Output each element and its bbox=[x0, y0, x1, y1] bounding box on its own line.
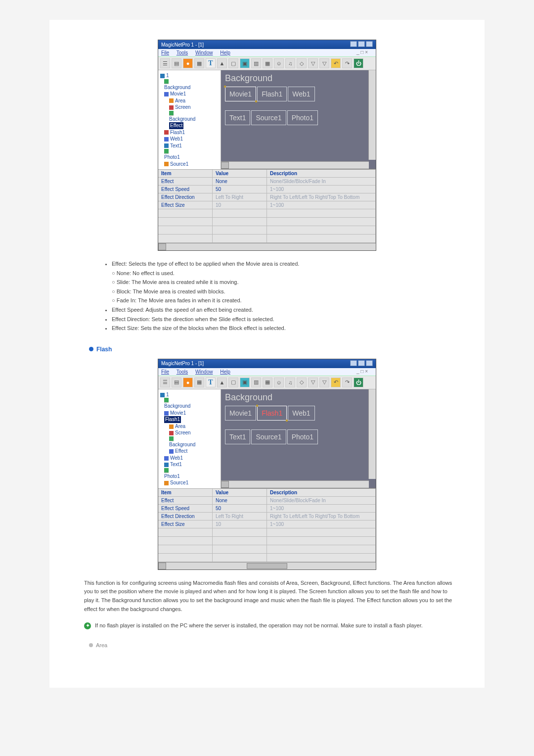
canvas-text1[interactable]: Text1 bbox=[225, 429, 250, 444]
tree-root[interactable]: 1 bbox=[160, 72, 220, 79]
menu-file[interactable]: File bbox=[161, 50, 169, 55]
toolbar-btn[interactable]: ▢ bbox=[228, 58, 238, 68]
toolbar-record-icon[interactable]: ● bbox=[183, 378, 193, 387]
menu-window[interactable]: Window bbox=[195, 50, 213, 55]
doc-window-controls[interactable]: _ □ × bbox=[356, 369, 368, 374]
toolbar-btn[interactable]: ▽ bbox=[319, 378, 329, 387]
window-titlebar[interactable]: MagicNetPro 1 - [1] bbox=[158, 359, 376, 368]
tree-item-movie1[interactable]: Movie1 bbox=[164, 410, 220, 417]
menu-bar[interactable]: File Tools Window Help _ □ × bbox=[158, 49, 376, 57]
toolbar-btn[interactable]: ☰ bbox=[160, 58, 170, 68]
grid-row-speed[interactable]: Effect Speed501~100 bbox=[158, 505, 376, 513]
toolbar-btn[interactable]: ♫ bbox=[285, 378, 295, 387]
toolbar-btn[interactable]: ▥ bbox=[251, 378, 261, 387]
toolbar-btn[interactable]: ▦ bbox=[263, 378, 272, 387]
tree-item-background2[interactable]: Background bbox=[169, 111, 220, 123]
tree-item-area[interactable]: Area bbox=[169, 97, 220, 104]
tree-item-background[interactable]: Background bbox=[164, 79, 220, 91]
canvas-flash1[interactable]: Flash1 bbox=[257, 406, 287, 421]
canvas-web1[interactable]: Web1 bbox=[288, 87, 314, 101]
tree-item-screen[interactable]: Screen bbox=[169, 104, 220, 111]
grid-row-direction[interactable]: Effect Direction Left To Right Right To … bbox=[158, 193, 376, 201]
window-titlebar[interactable]: MagicNetPro 1 - [1] bbox=[158, 40, 376, 49]
toolbar-btn[interactable]: ▦ bbox=[194, 378, 204, 387]
canvas-flash1[interactable]: Flash1 bbox=[257, 87, 287, 101]
toolbar-power-icon[interactable]: ⏻ bbox=[354, 58, 363, 68]
toolbar-btn[interactable]: ▣ bbox=[240, 58, 250, 68]
toolbar-btn[interactable]: ▦ bbox=[194, 58, 204, 68]
canvas[interactable]: Background Movie1 Flash1 Web1 Text1 Sour… bbox=[221, 389, 376, 488]
menu-tools[interactable]: Tools bbox=[177, 50, 188, 55]
tree-panel[interactable]: 1 Background Movie1 Area Screen Backgrou… bbox=[158, 70, 221, 169]
menu-help[interactable]: Help bbox=[220, 369, 230, 375]
tree-root[interactable]: 1 bbox=[160, 391, 220, 398]
menu-tools[interactable]: Tools bbox=[177, 369, 188, 375]
tree-item-flash1[interactable]: Flash1 bbox=[164, 129, 220, 136]
toolbar-btn[interactable]: ▲ bbox=[217, 58, 227, 68]
canvas-vscroll[interactable] bbox=[368, 389, 376, 479]
toolbar-btn[interactable]: ▽ bbox=[319, 58, 329, 68]
doc-window-controls[interactable]: _ □ × bbox=[356, 49, 368, 55]
toolbar-text-icon[interactable]: T bbox=[206, 58, 216, 68]
toolbar-btn[interactable]: ☺ bbox=[274, 378, 284, 387]
toolbar-btn[interactable]: ▤ bbox=[172, 58, 181, 68]
toolbar-btn[interactable]: ♫ bbox=[285, 58, 295, 68]
menu-file[interactable]: File bbox=[161, 369, 169, 375]
window-controls[interactable] bbox=[349, 360, 373, 367]
toolbar-btn[interactable]: ☺ bbox=[274, 58, 284, 68]
canvas-vscroll[interactable] bbox=[368, 70, 376, 160]
grid-row-direction[interactable]: Effect DirectionLeft To RightRight To Le… bbox=[158, 513, 376, 520]
grid-row-speed[interactable]: Effect Speed 50 1~100 bbox=[158, 186, 376, 193]
toolbar-redo-icon[interactable]: ↷ bbox=[342, 378, 352, 387]
window-controls[interactable] bbox=[349, 41, 373, 48]
toolbar-undo-icon[interactable]: ↶ bbox=[331, 58, 341, 68]
grid-row-size[interactable]: Effect Size 10 1~100 bbox=[158, 201, 376, 209]
grid-row-size[interactable]: Effect Size101~100 bbox=[158, 520, 376, 528]
tree-item-effect[interactable]: Effect bbox=[169, 448, 220, 455]
toolbar-power-icon[interactable]: ⏻ bbox=[354, 378, 363, 387]
toolbar-btn[interactable]: ▽ bbox=[308, 58, 318, 68]
canvas-source1[interactable]: Source1 bbox=[251, 110, 286, 125]
canvas[interactable]: Background Movie1 Flash1 Web1 Text1 Sour… bbox=[221, 70, 376, 169]
canvas-hscroll[interactable] bbox=[221, 480, 369, 488]
tree-item-background2[interactable]: Background bbox=[169, 436, 220, 448]
tree-item-web1[interactable]: Web1 bbox=[164, 455, 220, 462]
toolbar-btn[interactable]: ▢ bbox=[228, 378, 238, 387]
toolbar-record-icon[interactable]: ● bbox=[183, 58, 193, 68]
tree-panel[interactable]: 1 Background Movie1 Flash1 Area Screen B… bbox=[158, 389, 221, 488]
canvas-source1[interactable]: Source1 bbox=[251, 429, 286, 444]
toolbar-btn[interactable]: ▽ bbox=[308, 378, 318, 387]
toolbar-redo-icon[interactable]: ↷ bbox=[342, 58, 352, 68]
tree-item-screen[interactable]: Screen bbox=[169, 429, 220, 436]
canvas-movie1[interactable]: Movie1 bbox=[225, 406, 256, 421]
toolbar-undo-icon[interactable]: ↶ bbox=[331, 378, 341, 387]
canvas-photo1[interactable]: Photo1 bbox=[287, 110, 318, 125]
toolbar-btn[interactable]: ▦ bbox=[263, 58, 272, 68]
tree-item-text1[interactable]: Text1 bbox=[164, 142, 220, 149]
canvas-photo1[interactable]: Photo1 bbox=[287, 429, 318, 444]
tree-item-movie1[interactable]: Movie1 bbox=[164, 91, 220, 97]
canvas-text1[interactable]: Text1 bbox=[225, 110, 250, 125]
tree-item-photo1[interactable]: Photo1 bbox=[164, 149, 220, 161]
toolbar-text-icon[interactable]: T bbox=[206, 378, 216, 387]
menu-window[interactable]: Window bbox=[195, 369, 213, 375]
tree-item-background[interactable]: Background bbox=[164, 398, 220, 410]
toolbar-btn[interactable]: ▤ bbox=[172, 378, 181, 387]
toolbar-btn[interactable]: ▥ bbox=[251, 58, 261, 68]
grid-hscroll[interactable] bbox=[158, 243, 376, 250]
grid-row-effect[interactable]: EffectNoneNone/Slide/Block/Fade In bbox=[158, 497, 376, 505]
tree-item-area[interactable]: Area bbox=[169, 423, 220, 430]
toolbar-btn[interactable]: ▲ bbox=[217, 378, 227, 387]
tree-item-photo1[interactable]: Photo1 bbox=[164, 468, 220, 480]
canvas-web1[interactable]: Web1 bbox=[288, 406, 314, 421]
tree-item-source1[interactable]: Source1 bbox=[164, 161, 220, 168]
toolbar-btn[interactable]: ◇ bbox=[297, 58, 307, 68]
toolbar-btn[interactable]: ▣ bbox=[240, 378, 250, 387]
tree-item-effect[interactable]: Effect bbox=[169, 122, 220, 129]
toolbar-btn[interactable]: ◇ bbox=[297, 378, 307, 387]
menu-bar[interactable]: File Tools Window Help _ □ × bbox=[158, 368, 376, 376]
toolbar-btn[interactable]: ☰ bbox=[160, 378, 170, 387]
grid-hscroll[interactable] bbox=[158, 562, 376, 569]
tree-item-web1[interactable]: Web1 bbox=[164, 136, 220, 142]
canvas-hscroll[interactable] bbox=[221, 161, 369, 169]
